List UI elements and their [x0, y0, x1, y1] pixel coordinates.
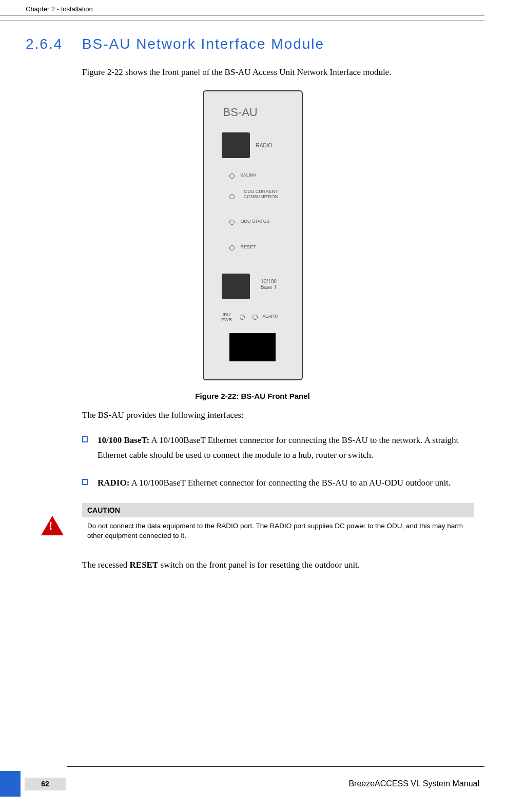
- manual-title: BreezeACCESS VL System Manual: [348, 779, 479, 788]
- switch: [229, 333, 276, 361]
- chapter-label: Chapter 2 - Installation: [26, 5, 93, 13]
- reset-paragraph: The recessed RESET switch on the front p…: [0, 558, 505, 573]
- odu-current-led: [229, 194, 235, 199]
- footer-color-block: [0, 771, 21, 797]
- reset-post: switch on the front panel is for resetti…: [158, 560, 360, 570]
- bullet-square-icon: [82, 479, 88, 485]
- warning-exclamation: !: [49, 519, 52, 533]
- odu-status-led: [229, 220, 235, 225]
- bullet-bold: RADIO:: [98, 478, 129, 488]
- reset-bold: RESET: [130, 560, 159, 570]
- header-rule: [0, 20, 484, 21]
- odu-current-label: ODU CURRENT CONSUMPTION: [241, 189, 282, 199]
- figure-caption: Figure 2-22: BS-AU Front Panel: [0, 392, 505, 400]
- caution-header: CAUTION: [82, 503, 474, 517]
- wlink-label: W-LINK: [241, 172, 257, 178]
- bullet-text-content: A 10/100BaseT Ethernet connector for con…: [129, 478, 451, 488]
- odu-status-label: ODU STATUS: [241, 219, 270, 224]
- reset-label: RESET: [241, 244, 256, 249]
- baset-port-label: 10/100 Base T: [256, 279, 282, 290]
- wlink-led: [229, 173, 235, 179]
- bullet-item-baset: 10/100 BaseT: A 10/100BaseT Ethernet con…: [0, 433, 505, 463]
- interfaces-intro: The BS-AU provides the following interfa…: [0, 408, 505, 423]
- bullet-item-radio: RADIO: A 10/100BaseT Ethernet connector …: [0, 476, 505, 491]
- section-heading: 2.6.4 BS-AU Network Interface Module: [0, 36, 505, 52]
- section-title: BS-AU Network Interface Module: [82, 36, 324, 52]
- alarm-led: [252, 315, 258, 320]
- reset-pre: The recessed: [82, 560, 130, 570]
- intro-paragraph: Figure 2-22 shows the front panel of the…: [0, 65, 505, 80]
- page-footer: 62 BreezeACCESS VL System Manual: [0, 766, 505, 797]
- module-label: BS-AU: [223, 106, 258, 119]
- caution-box: ! CAUTION Do not connect the data equipm…: [82, 503, 474, 545]
- bullet-bold: 10/100 BaseT:: [98, 435, 149, 445]
- figure-container: BS-AU RADIO W-LINK ODU CURRENT CONSUMPTI…: [0, 90, 505, 400]
- section-number: 2.6.4: [26, 36, 77, 52]
- idu-pwr-label: IDU PWR: [219, 312, 235, 322]
- footer-rule: [67, 766, 484, 767]
- alarm-label: ALARM: [263, 314, 279, 319]
- bullet-square-icon: [82, 436, 88, 442]
- radio-port-label: RADIO: [256, 143, 273, 148]
- bullet-text-content: A 10/100BaseT Ethernet connector for con…: [98, 435, 458, 460]
- bs-au-front-panel-image: BS-AU RADIO W-LINK ODU CURRENT CONSUMPTI…: [203, 90, 303, 380]
- baset-port: [222, 274, 250, 299]
- page-number: 62: [25, 778, 66, 790]
- page-header: Chapter 2 - Installation: [0, 0, 484, 16]
- reset-led: [229, 245, 235, 250]
- radio-port: [222, 132, 250, 158]
- idu-pwr-led: [240, 315, 245, 320]
- caution-text: Do not connect the data equipment to the…: [82, 517, 474, 545]
